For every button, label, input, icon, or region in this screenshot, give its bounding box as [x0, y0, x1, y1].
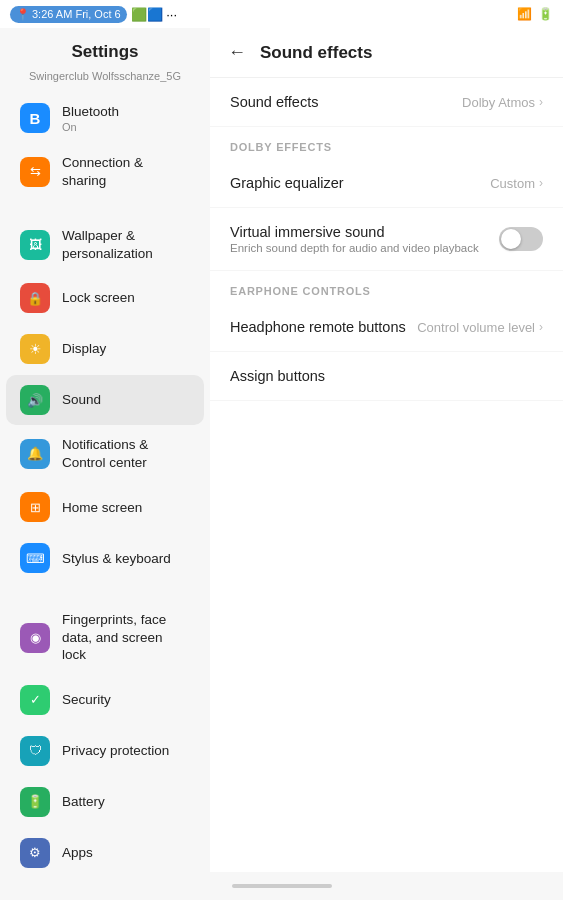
- stylus-label: Stylus & keyboard: [62, 550, 171, 568]
- connection-icon: ⇆: [20, 157, 50, 187]
- privacy-icon: 🛡: [20, 736, 50, 766]
- battery-sidebar-icon: 🔋: [20, 787, 50, 817]
- sidebar: Settings Swingerclub Wolfsschanze_5G B B…: [0, 28, 210, 872]
- sidebar-item-lockscreen[interactable]: 🔒 Lock screen: [6, 273, 204, 323]
- right-panel-title: Sound effects: [260, 43, 372, 63]
- sidebar-item-battery[interactable]: 🔋 Battery: [6, 777, 204, 827]
- notifications-icon: 🔔: [20, 439, 50, 469]
- back-button[interactable]: ←: [228, 42, 246, 63]
- sidebar-item-connection[interactable]: ⇆ Connection & sharing: [6, 144, 204, 199]
- status-time: 3:26 AM Fri, Oct 6: [32, 8, 121, 20]
- location-pill: 📍 3:26 AM Fri, Oct 6: [10, 6, 127, 23]
- sound-effects-row[interactable]: Sound effects Dolby Atmos ›: [210, 78, 563, 127]
- sidebar-item-sound[interactable]: 🔊 Sound: [6, 375, 204, 425]
- headphone-remote-row[interactable]: Headphone remote buttons Control volume …: [210, 303, 563, 352]
- bottom-bar: [0, 872, 563, 900]
- privacy-label: Privacy protection: [62, 742, 169, 760]
- sidebar-item-security[interactable]: ✓ Security: [6, 675, 204, 725]
- graphic-equalizer-row[interactable]: Graphic equalizer Custom ›: [210, 159, 563, 208]
- battery-icon: 🔋: [538, 7, 553, 21]
- homescreen-icon: ⊞: [20, 492, 50, 522]
- divider-2: [0, 584, 210, 600]
- dolby-section-header: DOLBY EFFECTS: [210, 127, 563, 159]
- apps-label: Apps: [62, 844, 93, 862]
- lockscreen-label: Lock screen: [62, 289, 135, 307]
- dolby-atmos-value: Dolby Atmos: [462, 95, 535, 110]
- sidebar-item-apps[interactable]: ⚙ Apps: [6, 828, 204, 872]
- sidebar-item-homescreen[interactable]: ⊞ Home screen: [6, 482, 204, 532]
- wallpaper-icon: 🖼: [20, 230, 50, 260]
- earphone-section-header: EARPHONE CONTROLS: [210, 271, 563, 303]
- assign-buttons-label: Assign buttons: [230, 368, 325, 384]
- sidebar-item-privacy[interactable]: 🛡 Privacy protection: [6, 726, 204, 776]
- status-left: 📍 3:26 AM Fri, Oct 6 🟩🟦 ···: [10, 6, 177, 23]
- graphic-equalizer-value: Custom ›: [490, 176, 543, 191]
- lockscreen-icon: 🔒: [20, 283, 50, 313]
- location-icon: 📍: [16, 8, 30, 21]
- display-label: Display: [62, 340, 106, 358]
- virtual-immersive-subtitle: Enrich sound depth for audio and video p…: [230, 242, 479, 254]
- apps-icon: ⚙: [20, 838, 50, 868]
- virtual-immersive-label: Virtual immersive sound: [230, 224, 479, 240]
- wallpaper-label: Wallpaper & personalization: [62, 227, 190, 262]
- divider-1: [0, 200, 210, 216]
- status-bar: 📍 3:26 AM Fri, Oct 6 🟩🟦 ··· 📶 🔋: [0, 0, 563, 28]
- wifi-network-label: Swingerclub Wolfsschanze_5G: [0, 70, 210, 92]
- headphone-remote-value: Control volume level ›: [417, 320, 543, 335]
- graphic-equalizer-chevron: ›: [539, 176, 543, 190]
- fingerprints-label: Fingerprints, face data, and screen lock: [62, 611, 190, 664]
- toggle-knob: [501, 229, 521, 249]
- headphone-remote-label: Headphone remote buttons: [230, 319, 406, 335]
- sidebar-item-display[interactable]: ☀ Display: [6, 324, 204, 374]
- sound-icon: 🔊: [20, 385, 50, 415]
- sound-label: Sound: [62, 391, 101, 409]
- sidebar-item-bluetooth[interactable]: B Bluetooth On: [6, 93, 204, 143]
- notifications-label: Notifications & Control center: [62, 436, 190, 471]
- homescreen-label: Home screen: [62, 499, 142, 517]
- wifi-icon: 📶: [517, 7, 532, 21]
- display-icon: ☀: [20, 334, 50, 364]
- sound-effects-chevron: ›: [539, 95, 543, 109]
- connection-label: Connection & sharing: [62, 154, 190, 189]
- custom-value: Custom: [490, 176, 535, 191]
- status-right: 📶 🔋: [517, 7, 553, 21]
- sidebar-item-fingerprints[interactable]: ◉ Fingerprints, face data, and screen lo…: [6, 601, 204, 674]
- assign-buttons-row[interactable]: Assign buttons: [210, 352, 563, 401]
- home-indicator[interactable]: [232, 884, 332, 888]
- stylus-icon: ⌨: [20, 543, 50, 573]
- main-container: Settings Swingerclub Wolfsschanze_5G B B…: [0, 28, 563, 872]
- battery-label: Battery: [62, 793, 105, 811]
- right-header: ← Sound effects: [210, 28, 563, 78]
- sidebar-item-stylus[interactable]: ⌨ Stylus & keyboard: [6, 533, 204, 583]
- status-icons: 🟩🟦 ···: [131, 7, 177, 22]
- virtual-immersive-row[interactable]: Virtual immersive sound Enrich sound dep…: [210, 208, 563, 271]
- bluetooth-icon: B: [20, 103, 50, 133]
- sidebar-title: Settings: [0, 28, 210, 70]
- headphone-remote-chevron: ›: [539, 320, 543, 334]
- sidebar-item-notifications[interactable]: 🔔 Notifications & Control center: [6, 426, 204, 481]
- virtual-immersive-toggle[interactable]: [499, 227, 543, 251]
- right-panel: ← Sound effects Sound effects Dolby Atmo…: [210, 28, 563, 872]
- sidebar-item-wallpaper[interactable]: 🖼 Wallpaper & personalization: [6, 217, 204, 272]
- bluetooth-sublabel: On: [62, 121, 119, 133]
- right-content: Sound effects Dolby Atmos › DOLBY EFFECT…: [210, 78, 563, 872]
- sound-effects-value: Dolby Atmos ›: [462, 95, 543, 110]
- fingerprints-icon: ◉: [20, 623, 50, 653]
- sound-effects-label: Sound effects: [230, 94, 318, 110]
- security-label: Security: [62, 691, 111, 709]
- graphic-equalizer-label: Graphic equalizer: [230, 175, 344, 191]
- bluetooth-label: Bluetooth: [62, 103, 119, 121]
- security-icon: ✓: [20, 685, 50, 715]
- control-volume-value: Control volume level: [417, 320, 535, 335]
